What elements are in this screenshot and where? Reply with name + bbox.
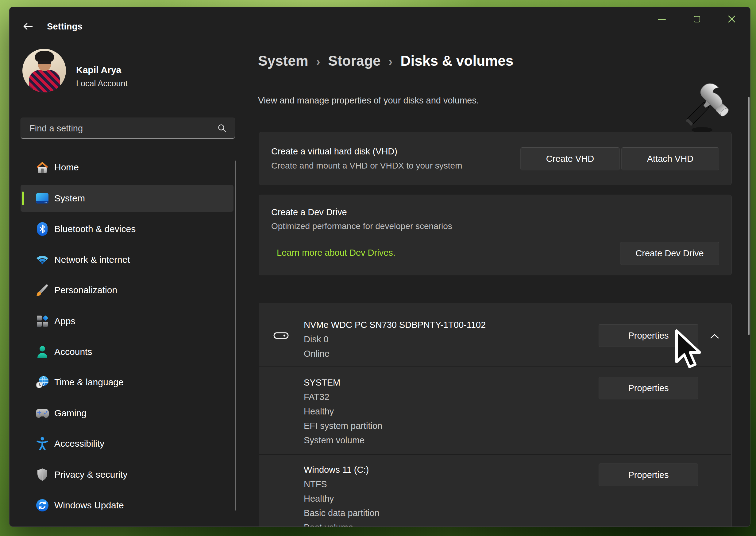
row-divider: [259, 366, 731, 367]
row-divider: [259, 454, 731, 455]
windows-properties-button[interactable]: Properties: [599, 463, 698, 486]
user-account-type: Local Account: [76, 79, 128, 88]
breadcrumb-separator: ›: [389, 55, 393, 68]
create-dev-drive-button[interactable]: Create Dev Drive: [620, 242, 719, 265]
sidebar-item-label: Bluetooth & devices: [54, 224, 136, 234]
avatar[interactable]: [22, 49, 66, 92]
system-icon: [35, 191, 50, 206]
sidebar-item-label: Privacy & security: [54, 469, 127, 480]
volume-name: SYSTEM: [304, 378, 340, 388]
sidebar-item-gaming[interactable]: Gaming: [20, 400, 234, 427]
sidebar-item-label: System: [54, 193, 85, 204]
sidebar-item-label: Personalization: [54, 285, 117, 295]
network-icon: [35, 252, 50, 267]
sidebar-item-bluetooth[interactable]: Bluetooth & devices: [20, 216, 234, 243]
breadcrumb-system[interactable]: System: [258, 52, 308, 69]
breadcrumb-separator: ›: [316, 55, 320, 68]
time-language-icon: [35, 375, 50, 390]
close-icon: [728, 16, 736, 23]
dev-drive-title: Create a Dev Drive: [271, 207, 347, 218]
disk-status: Online: [304, 349, 330, 359]
sidebar-item-label: Gaming: [54, 408, 86, 419]
search-icon[interactable]: [218, 124, 227, 133]
volume-partition-type: EFI system partition: [304, 421, 382, 431]
search-box[interactable]: [20, 117, 235, 139]
sidebar-item-apps[interactable]: Apps: [20, 308, 234, 335]
attach-vhd-button[interactable]: Attach VHD: [621, 147, 719, 170]
home-icon: [35, 160, 50, 175]
minimize-button[interactable]: [652, 12, 672, 26]
create-vhd-button[interactable]: Create VHD: [520, 147, 620, 170]
volume-filesystem: NTFS: [304, 479, 327, 489]
sidebar-item-system[interactable]: System: [20, 185, 234, 212]
maximize-icon: [694, 16, 700, 22]
volume-health: Healthy: [304, 406, 334, 417]
chevron-up-icon: [710, 334, 719, 339]
close-button[interactable]: [722, 12, 742, 26]
sidebar-item-label: Accessibility: [54, 438, 104, 449]
system-properties-button[interactable]: Properties: [599, 377, 698, 399]
user-name: Kapil Arya: [76, 65, 121, 75]
page-description: View and manage properties of your disks…: [258, 95, 479, 106]
gaming-icon: [35, 406, 50, 421]
sidebar-item-windows-update[interactable]: Windows Update: [20, 492, 234, 519]
search-input[interactable]: [21, 123, 218, 134]
volume-filesystem: FAT32: [304, 392, 329, 402]
app-title: Settings: [47, 21, 82, 32]
hammer-icon: [683, 83, 737, 135]
sidebar-scrollbar[interactable]: [235, 160, 236, 511]
selection-accent-pill: [22, 191, 24, 205]
disk-drive-icon: [273, 332, 289, 339]
breadcrumb-storage[interactable]: Storage: [328, 52, 380, 69]
sidebar-item-network[interactable]: Network & internet: [20, 246, 234, 273]
sidebar-item-time-language[interactable]: Time & language: [20, 369, 234, 396]
bluetooth-icon: [35, 221, 50, 237]
sidebar-item-label: Home: [54, 162, 79, 173]
accessibility-icon: [35, 436, 50, 451]
sidebar-item-label: Windows Update: [54, 500, 124, 511]
sidebar-item-label: Apps: [54, 316, 75, 326]
sidebar-item-personalization[interactable]: Personalization: [20, 277, 234, 304]
privacy-shield-icon: [35, 467, 50, 482]
vhd-card-title: Create a virtual hard disk (VHD): [271, 147, 397, 156]
volume-role: System volume: [304, 435, 364, 446]
disk-properties-button[interactable]: Properties: [599, 324, 698, 347]
settings-window: Settings Kapil Arya Local Account: [9, 7, 750, 527]
sidebar-item-accessibility[interactable]: Accessibility: [20, 430, 234, 457]
apps-icon: [35, 314, 50, 329]
sidebar-item-label: Network & internet: [54, 254, 130, 265]
breadcrumb: System › Storage › Disks & volumes: [258, 52, 513, 69]
sidebar-item-label: Accounts: [54, 347, 92, 357]
back-arrow-icon: [23, 22, 33, 30]
disk-name: NVMe WDC PC SN730 SDBPNTY-1T00-1102: [304, 320, 486, 330]
collapse-chevron[interactable]: [709, 333, 720, 340]
vhd-card-subtitle: Create and mount a VHD or VHDX to your s…: [271, 161, 462, 171]
sidebar-item-home[interactable]: Home: [20, 154, 234, 181]
windows-update-icon: [35, 498, 50, 513]
sidebar-item-privacy[interactable]: Privacy & security: [20, 461, 234, 488]
desktop-wallpaper: Settings Kapil Arya Local Account: [0, 0, 756, 536]
volume-role: Boot volume: [304, 522, 353, 527]
sidebar-item-accounts[interactable]: Accounts: [20, 338, 234, 365]
sidebar-item-label: Time & language: [54, 377, 124, 387]
minimize-icon: [658, 19, 666, 20]
dev-drive-card: Create a Dev Drive Optimized performance…: [259, 195, 732, 275]
vhd-card: Create a virtual hard disk (VHD) Create …: [259, 132, 732, 185]
disk-number: Disk 0: [304, 334, 329, 345]
personalization-icon: [35, 283, 50, 298]
dev-drive-subtitle: Optimized performance for developer scen…: [271, 221, 452, 231]
page-title: Disks & volumes: [400, 52, 513, 69]
volume-health: Healthy: [304, 494, 334, 504]
main-scrollbar[interactable]: [748, 97, 749, 335]
maximize-button[interactable]: [687, 12, 707, 26]
disk-list: NVMe WDC PC SN730 SDBPNTY-1T00-1102 Disk…: [259, 303, 732, 527]
back-button[interactable]: [20, 19, 35, 34]
volume-name: Windows 11 (C:): [304, 465, 369, 475]
volume-partition-type: Basic data partition: [304, 508, 380, 518]
accounts-icon: [35, 344, 50, 359]
dev-drive-learn-more-link[interactable]: Learn more about Dev Drives.: [277, 248, 395, 258]
